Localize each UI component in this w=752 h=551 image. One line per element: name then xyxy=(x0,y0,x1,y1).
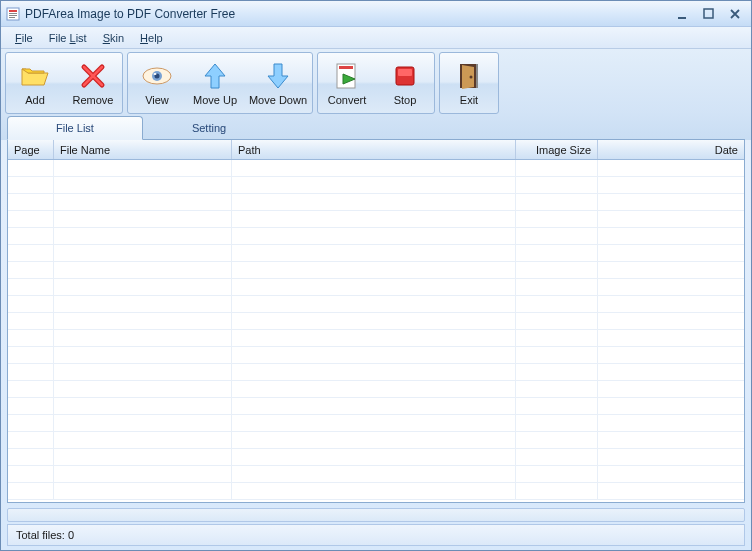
col-page[interactable]: Page xyxy=(8,140,54,159)
col-imagesize[interactable]: Image Size xyxy=(516,140,598,159)
minimize-button[interactable] xyxy=(671,6,695,22)
tab-setting[interactable]: Setting xyxy=(143,116,275,140)
table-cell xyxy=(8,483,54,499)
table-cell xyxy=(8,449,54,465)
table-row[interactable] xyxy=(8,279,744,296)
exit-button[interactable]: Exit xyxy=(440,53,498,113)
toolbar-group-exit: Exit xyxy=(439,52,499,114)
exit-label: Exit xyxy=(460,94,478,106)
col-date[interactable]: Date xyxy=(598,140,744,159)
folder-open-icon xyxy=(19,60,51,92)
table-cell xyxy=(598,483,744,499)
table-cell xyxy=(8,228,54,244)
table-cell xyxy=(54,466,232,482)
table-row[interactable] xyxy=(8,415,744,432)
table-cell xyxy=(598,245,744,261)
table-row[interactable] xyxy=(8,347,744,364)
svg-rect-4 xyxy=(9,17,15,18)
table-cell xyxy=(232,245,516,261)
table-row[interactable] xyxy=(8,364,744,381)
svg-rect-6 xyxy=(704,9,713,18)
table-cell xyxy=(8,364,54,380)
add-button[interactable]: Add xyxy=(6,53,64,113)
table-cell xyxy=(598,466,744,482)
table-cell xyxy=(516,262,598,278)
table-row[interactable] xyxy=(8,313,744,330)
status-total: Total files: 0 xyxy=(16,529,74,541)
titlebar[interactable]: PDFArea Image to PDF Converter Free xyxy=(1,1,751,27)
app-window: PDFArea Image to PDF Converter Free File… xyxy=(0,0,752,551)
table-row[interactable] xyxy=(8,432,744,449)
table-row[interactable] xyxy=(8,245,744,262)
movedown-label: Move Down xyxy=(249,94,307,106)
table-cell xyxy=(232,211,516,227)
table-cell xyxy=(54,245,232,261)
svg-point-16 xyxy=(470,76,473,79)
delete-x-icon xyxy=(77,60,109,92)
table-cell xyxy=(54,330,232,346)
svg-point-10 xyxy=(154,73,157,75)
table-cell xyxy=(232,262,516,278)
table-cell xyxy=(516,211,598,227)
convert-button[interactable]: Convert xyxy=(318,53,376,113)
table-cell xyxy=(598,330,744,346)
table-row[interactable] xyxy=(8,381,744,398)
table-cell xyxy=(54,296,232,312)
table-cell xyxy=(232,483,516,499)
table-row[interactable] xyxy=(8,177,744,194)
table-row[interactable] xyxy=(8,160,744,177)
col-path[interactable]: Path xyxy=(232,140,516,159)
moveup-button[interactable]: Move Up xyxy=(186,53,244,113)
movedown-button[interactable]: Move Down xyxy=(244,53,312,113)
table-row[interactable] xyxy=(8,228,744,245)
table-cell xyxy=(54,194,232,210)
table-cell xyxy=(54,262,232,278)
stop-button[interactable]: Stop xyxy=(376,53,434,113)
table-row[interactable] xyxy=(8,483,744,500)
close-button[interactable] xyxy=(723,6,747,22)
table-row[interactable] xyxy=(8,449,744,466)
table-cell xyxy=(232,296,516,312)
table-cell xyxy=(516,381,598,397)
table-row[interactable] xyxy=(8,398,744,415)
tab-filelist[interactable]: File List xyxy=(7,116,143,140)
table-row[interactable] xyxy=(8,466,744,483)
table-cell xyxy=(8,177,54,193)
table-cell xyxy=(232,194,516,210)
table-cell xyxy=(8,160,54,176)
remove-button[interactable]: Remove xyxy=(64,53,122,113)
menu-file[interactable]: File xyxy=(9,30,39,46)
table-cell xyxy=(598,398,744,414)
table-cell xyxy=(8,432,54,448)
table-cell xyxy=(516,245,598,261)
table-cell xyxy=(232,466,516,482)
table-cell xyxy=(598,194,744,210)
menu-filelist[interactable]: File List xyxy=(43,30,93,46)
table-cell xyxy=(598,364,744,380)
table-row[interactable] xyxy=(8,211,744,228)
content-panel: Page File Name Path Image Size Date xyxy=(7,139,745,503)
table-cell xyxy=(8,398,54,414)
svg-rect-14 xyxy=(398,69,412,76)
table-body[interactable] xyxy=(8,160,744,502)
svg-rect-3 xyxy=(9,15,17,16)
menubar: File File List Skin Help xyxy=(1,27,751,49)
moveup-label: Move Up xyxy=(193,94,237,106)
table-row[interactable] xyxy=(8,194,744,211)
table-cell xyxy=(8,415,54,431)
table-row[interactable] xyxy=(8,330,744,347)
view-button[interactable]: View xyxy=(128,53,186,113)
table-row[interactable] xyxy=(8,296,744,313)
table-cell xyxy=(598,415,744,431)
table-cell xyxy=(54,313,232,329)
table-cell xyxy=(516,177,598,193)
col-filename[interactable]: File Name xyxy=(54,140,232,159)
table-row[interactable] xyxy=(8,262,744,279)
maximize-button[interactable] xyxy=(697,6,721,22)
menu-help[interactable]: Help xyxy=(134,30,169,46)
table-cell xyxy=(54,432,232,448)
menu-skin[interactable]: Skin xyxy=(97,30,130,46)
table-cell xyxy=(516,330,598,346)
table-cell xyxy=(232,347,516,363)
progress-bar xyxy=(7,508,745,522)
